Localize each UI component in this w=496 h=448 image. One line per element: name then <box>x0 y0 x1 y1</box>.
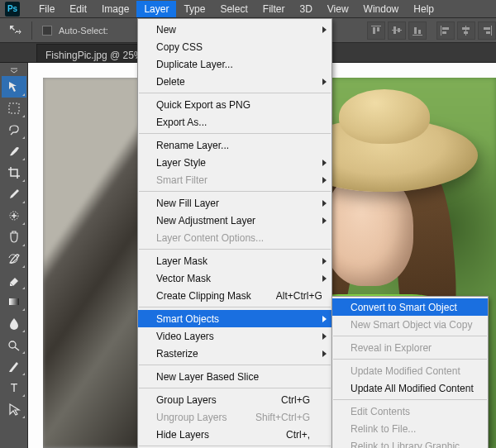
dodge-tool[interactable] <box>2 334 26 355</box>
toolbar-expand-handle[interactable] <box>2 66 26 76</box>
align-right-button[interactable] <box>478 21 496 40</box>
submenu-caret-icon <box>322 333 327 340</box>
menubar-item-file[interactable]: File <box>31 1 62 17</box>
smart-objects-item-update-all-modified-content[interactable]: Update All Modified Content <box>332 379 488 397</box>
menubar: Ps FileEditImageLayerTypeSelectFilter3DV… <box>0 0 496 18</box>
move-tool-icon <box>8 24 21 37</box>
crop-tool[interactable] <box>2 162 26 183</box>
layer-menu-item-new-fill-layer[interactable]: New Fill Layer <box>138 194 331 212</box>
svg-rect-12 <box>465 26 466 36</box>
layer-menu-item-hide-layers[interactable]: Hide LayersCtrl+, <box>138 426 331 443</box>
marquee-tool[interactable] <box>2 98 26 119</box>
menu-item-label: Video Layers <box>156 331 214 342</box>
menubar-item-help[interactable]: Help <box>406 1 441 17</box>
layer-menu-item-video-layers[interactable]: Video Layers <box>138 327 331 345</box>
layer-menu-item-create-clipping-mask[interactable]: Create Clipping MaskAlt+Ctrl+G <box>138 287 331 304</box>
svg-rect-3 <box>392 30 402 31</box>
submenu-caret-icon <box>322 275 327 282</box>
layer-menu-item-smart-objects[interactable]: Smart Objects <box>138 310 331 327</box>
menubar-item-filter[interactable]: Filter <box>255 1 293 17</box>
tools-panel: T <box>0 63 28 448</box>
svg-rect-16 <box>484 27 490 30</box>
layer-menu: NewCopy CSSDuplicate Layer...DeleteQuick… <box>137 18 332 448</box>
type-tool[interactable]: T <box>2 377 26 398</box>
svg-rect-10 <box>442 27 449 30</box>
smart-objects-item-convert-to-smart-object[interactable]: Convert to Smart Object <box>332 298 488 316</box>
svg-rect-15 <box>491 26 492 36</box>
brush-tool[interactable] <box>2 141 26 162</box>
layer-menu-item-new-layer-based-slice[interactable]: New Layer Based Slice <box>138 368 331 385</box>
eraser-tool[interactable] <box>2 269 26 291</box>
menubar-item-window[interactable]: Window <box>356 1 407 17</box>
menu-item-label: Create Clipping Mask <box>156 290 251 302</box>
svg-rect-0 <box>371 26 381 26</box>
align-hcenter-button[interactable] <box>457 21 475 40</box>
clone-tool[interactable] <box>2 226 26 248</box>
menubar-item-view[interactable]: View <box>320 1 356 17</box>
layer-menu-item-export-as[interactable]: Export As... <box>138 113 331 131</box>
healing-tool[interactable] <box>2 205 26 226</box>
layer-menu-item-layer-style[interactable]: Layer Style <box>138 154 331 171</box>
layer-menu-item-rename-layer[interactable]: Rename Layer... <box>138 136 331 154</box>
menubar-item-3d[interactable]: 3D <box>292 1 319 17</box>
menu-item-label: Vector Mask <box>156 273 211 284</box>
auto-select-label: Auto-Select: <box>59 26 108 36</box>
ruler-vertical[interactable] <box>28 78 43 448</box>
align-top-button[interactable] <box>367 21 385 40</box>
blur-tool[interactable] <box>2 312 26 334</box>
document-fishingpic[interactable] <box>43 78 147 448</box>
menubar-item-select[interactable]: Select <box>212 1 255 17</box>
eyedropper-tool[interactable] <box>2 183 26 205</box>
layer-menu-item-duplicate-layer[interactable]: Duplicate Layer... <box>138 55 331 73</box>
svg-rect-1 <box>373 27 375 34</box>
layer-menu-item-vector-mask[interactable]: Vector Mask <box>138 269 331 287</box>
submenu-caret-icon <box>322 26 327 33</box>
layer-menu-item-layer-content-options: Layer Content Options... <box>138 229 331 246</box>
menu-shortcut: Alt+Ctrl+G <box>251 290 322 302</box>
menu-item-label: Ungroup Layers <box>156 412 227 423</box>
smart-objects-item-reveal-in-explorer: Reveal in Explorer <box>332 339 488 356</box>
tab-label: FishingPic.jpg @ 25% <box>45 50 143 61</box>
menu-item-label: Export As... <box>156 117 207 128</box>
menu-separator <box>139 365 331 365</box>
menu-item-label: Delete <box>156 76 185 88</box>
svg-rect-11 <box>442 31 446 34</box>
align-vcenter-button[interactable] <box>388 21 406 40</box>
layer-menu-item-copy-css[interactable]: Copy CSS <box>138 38 331 55</box>
align-left-button[interactable] <box>436 21 455 40</box>
menu-item-label: Reveal in Explorer <box>351 342 432 354</box>
menubar-item-edit[interactable]: Edit <box>62 1 94 17</box>
layer-menu-item-new[interactable]: New <box>138 21 331 38</box>
menu-item-label: Layer Style <box>156 157 206 169</box>
history-brush-tool[interactable] <box>2 248 26 269</box>
menubar-item-image[interactable]: Image <box>94 1 136 17</box>
menu-item-label: Group Layers <box>156 394 217 406</box>
layer-menu-item-delete[interactable]: Delete <box>138 73 331 90</box>
menubar-item-layer[interactable]: Layer <box>136 1 176 17</box>
lasso-tool[interactable] <box>2 119 26 141</box>
app-logo: Ps <box>5 2 20 17</box>
layer-menu-item-ungroup-layers: Ungroup LayersShift+Ctrl+G <box>138 408 331 426</box>
menubar-item-type[interactable]: Type <box>176 1 212 17</box>
pen-tool[interactable] <box>2 355 26 377</box>
align-bottom-button[interactable] <box>408 21 427 40</box>
auto-select-checkbox[interactable] <box>42 26 52 36</box>
gradient-tool[interactable] <box>2 291 26 312</box>
svg-rect-13 <box>462 27 470 30</box>
svg-rect-2 <box>377 27 379 31</box>
svg-text:T: T <box>10 381 17 394</box>
menu-separator <box>139 249 331 250</box>
align-buttons <box>367 21 496 40</box>
menu-item-label: Relink to File... <box>351 423 416 435</box>
menu-item-label: Quick Export as PNG <box>156 99 250 111</box>
layer-menu-item-new-adjustment-layer[interactable]: New Adjustment Layer <box>138 212 331 229</box>
move-tool[interactable] <box>2 76 26 98</box>
layer-menu-item-rasterize[interactable]: Rasterize <box>138 345 331 362</box>
layer-menu-item-quick-export-as-png[interactable]: Quick Export as PNG <box>138 96 331 113</box>
menu-separator <box>139 388 331 388</box>
layer-menu-item-layer-mask[interactable]: Layer Mask <box>138 252 331 269</box>
layer-menu-item-group-layers[interactable]: Group LayersCtrl+G <box>138 391 331 408</box>
menu-item-label: Hide Layers <box>156 429 209 441</box>
svg-rect-20 <box>9 298 19 305</box>
path-select-tool[interactable] <box>2 398 26 420</box>
